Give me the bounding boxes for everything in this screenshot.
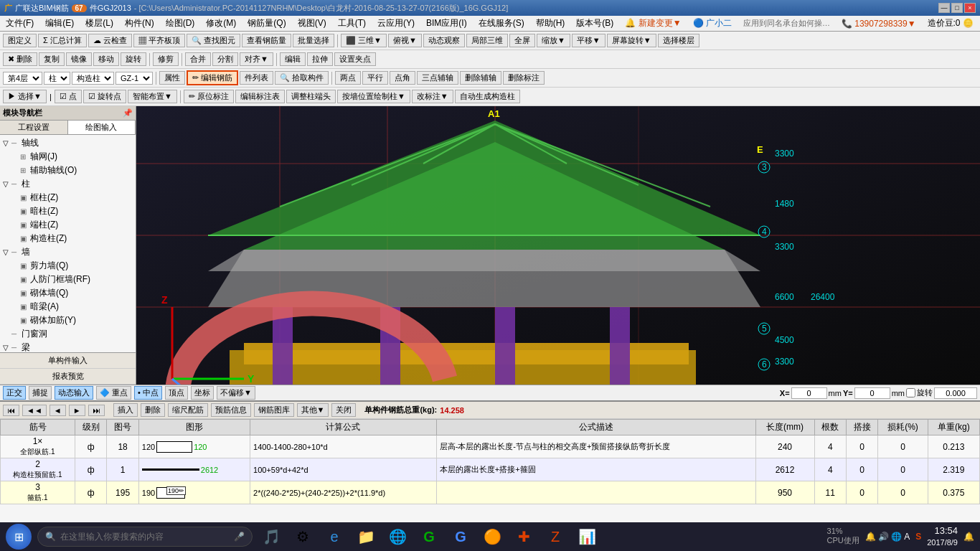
menu-online[interactable]: 在线服务(S) bbox=[473, 16, 530, 31]
3d-button[interactable]: ⬛ 三维▼ bbox=[341, 34, 387, 47]
search-bar[interactable]: 🔍 🎤 bbox=[37, 527, 253, 547]
start-button[interactable]: ⊞ bbox=[6, 524, 32, 550]
nav-next-button[interactable]: ► bbox=[69, 405, 85, 416]
dynamic-obs-button[interactable]: 动态观察 bbox=[423, 34, 465, 47]
tab-drawing-input[interactable]: 绘图输入 bbox=[68, 121, 136, 134]
menu-phone[interactable]: 📞 13907298339▼ bbox=[836, 17, 922, 30]
by-pos-button[interactable]: 按墙位置绘制柱▼ bbox=[337, 90, 410, 103]
menu-view[interactable]: 视图(V) bbox=[292, 16, 332, 31]
rotate-button[interactable]: 旋转 bbox=[121, 52, 146, 66]
nav-prev-button[interactable]: ◄ bbox=[50, 405, 66, 416]
edit-rebar-button[interactable]: ✏ 编辑钢筋 bbox=[187, 70, 238, 85]
rotate-input[interactable] bbox=[934, 387, 977, 399]
tree-item[interactable]: ─门窗洞 bbox=[1, 327, 134, 341]
taskbar-app-g2[interactable]: G bbox=[448, 524, 473, 550]
tree-item[interactable]: ▣剪力墙(Q) bbox=[1, 259, 134, 273]
menu-floor[interactable]: 楼层(L) bbox=[80, 16, 119, 31]
taskbar-app-2[interactable]: ⚙ bbox=[290, 524, 316, 550]
nav-last-button[interactable]: ⏭ bbox=[88, 405, 105, 416]
rebar-info-button[interactable]: 预筋信息 bbox=[211, 403, 251, 417]
align-top-button[interactable]: ▦ 平齐板顶 bbox=[133, 34, 185, 47]
taskbar-app-cross[interactable]: ✚ bbox=[511, 524, 537, 550]
report-preview-btn[interactable]: 报表预览 bbox=[0, 369, 136, 385]
scale-rebar-button[interactable]: 缩尺配筋 bbox=[168, 403, 208, 417]
batch-select-button[interactable]: 批量选择 bbox=[293, 34, 334, 47]
x-input[interactable]: 0 bbox=[791, 387, 827, 399]
element-id-select[interactable]: GZ-1 bbox=[116, 72, 153, 85]
element-type-select[interactable]: 柱 bbox=[44, 72, 70, 85]
minimize-button[interactable]: — bbox=[938, 3, 950, 13]
menu-version[interactable]: 版本号(B) bbox=[570, 16, 619, 31]
close-button[interactable]: × bbox=[964, 3, 976, 13]
menu-bim[interactable]: BIM应用(I) bbox=[420, 16, 473, 31]
del-label-button[interactable]: 删除标注 bbox=[503, 71, 545, 85]
delete-button[interactable]: ✖ 删除 bbox=[3, 52, 37, 66]
menu-draw[interactable]: 绘图(D) bbox=[160, 16, 201, 31]
parallel-button[interactable]: 平行 bbox=[362, 71, 388, 85]
edit-button[interactable]: 编辑 bbox=[280, 52, 306, 66]
vertex-button[interactable]: 顶点 bbox=[165, 386, 188, 400]
adjust-col-button[interactable]: 调整柱端头 bbox=[286, 90, 336, 103]
menu-new-change[interactable]: 🔔 新建变更▼ bbox=[619, 16, 687, 31]
rebar-table-wrap[interactable]: 筋号 级别 图号 图形 计算公式 公式描述 长度(mm) 根数 搭接 损耗(%)… bbox=[0, 419, 980, 522]
snap-capture-button[interactable]: 捕捉 bbox=[29, 386, 52, 400]
key-point-button[interactable]: 🔷 重点 bbox=[96, 386, 131, 400]
taskbar-app-z[interactable]: Z bbox=[542, 524, 568, 550]
define-button[interactable]: 图定义 bbox=[3, 34, 37, 47]
coord-button[interactable]: 坐标 bbox=[191, 386, 214, 400]
split-button[interactable]: 分割 bbox=[212, 52, 238, 66]
menu-tools[interactable]: 工具(T) bbox=[332, 16, 372, 31]
tab-project-settings[interactable]: 工程设置 bbox=[0, 121, 68, 134]
smart-place-button[interactable]: 智能布置▼ bbox=[128, 90, 177, 103]
select-button[interactable]: ▶ 选择▼ bbox=[3, 90, 47, 103]
menu-cloud[interactable]: 云应用(Y) bbox=[372, 16, 420, 31]
menu-file[interactable]: 文件(F) bbox=[0, 16, 39, 31]
floor-select[interactable]: 第4层 bbox=[3, 72, 42, 85]
tree-item[interactable]: ▽─梁 bbox=[1, 341, 134, 352]
close-rebar-button[interactable]: 关闭 bbox=[331, 403, 356, 417]
trim-button[interactable]: 修剪 bbox=[153, 52, 179, 66]
taskbar-app-chart[interactable]: 📊 bbox=[574, 524, 600, 550]
align-button[interactable]: 对齐▼ bbox=[240, 52, 273, 66]
search-input[interactable] bbox=[60, 532, 230, 542]
origin-label-button[interactable]: ✏ 原位标注 bbox=[184, 90, 234, 103]
rotate-snap-button[interactable]: ☑ 旋转点 bbox=[83, 90, 126, 103]
drag-button[interactable]: 拉伸 bbox=[307, 52, 333, 66]
midpoint-button[interactable]: • 中点 bbox=[134, 386, 162, 400]
property-button[interactable]: 属性 bbox=[159, 71, 185, 85]
other-button[interactable]: 其他▼ bbox=[297, 403, 329, 417]
select-floor-button[interactable]: 选择楼层 bbox=[658, 34, 699, 47]
single-input-btn[interactable]: 单构件输入 bbox=[0, 353, 136, 369]
sub-type-select[interactable]: 构造柱 bbox=[72, 72, 114, 85]
taskbar-app-orange[interactable]: 🟠 bbox=[479, 524, 505, 550]
copy-button[interactable]: 复制 bbox=[39, 52, 65, 66]
setpoint-button[interactable]: 设置夹点 bbox=[334, 52, 376, 66]
menu-apply-hint[interactable]: 应用到同名承台如何操… bbox=[738, 17, 836, 30]
menu-rebar[interactable]: 钢筋量(Q) bbox=[242, 16, 291, 31]
calc-button[interactable]: Σ 汇总计算 bbox=[38, 34, 87, 47]
view-rebar-button[interactable]: 查看钢筋量 bbox=[242, 34, 291, 47]
taskbar-app-3[interactable]: 📁 bbox=[353, 524, 379, 550]
menu-price[interactable]: 造价豆:0 🪙 bbox=[922, 16, 979, 31]
two-points-button[interactable]: 两点 bbox=[335, 71, 361, 85]
point-snap-button[interactable]: ☑ 点 bbox=[55, 90, 82, 103]
merge-button[interactable]: 合并 bbox=[185, 52, 211, 66]
no-offset-button[interactable]: 不偏移▼ bbox=[217, 386, 255, 400]
y-input[interactable]: 0 bbox=[854, 387, 890, 399]
orthogonal-button[interactable]: 正交 bbox=[3, 386, 26, 400]
viewport[interactable]: Z Y 3300 1480 3300 6600 26400 4500 3300 … bbox=[136, 106, 980, 385]
menu-help[interactable]: 帮助(H) bbox=[530, 16, 571, 31]
tree-item[interactable]: ▣构造柱(Z) bbox=[1, 232, 134, 245]
tree-item[interactable]: ▣砌体加筋(Y) bbox=[1, 314, 134, 327]
mirror-button[interactable]: 镜像 bbox=[66, 52, 92, 66]
tree-item[interactable]: ▣砌体墙(Q) bbox=[1, 286, 134, 300]
tree-item[interactable]: ▣暗梁(A) bbox=[1, 300, 134, 314]
maximize-button[interactable]: □ bbox=[951, 3, 963, 13]
rotate-checkbox[interactable] bbox=[906, 388, 915, 397]
point-angle-button[interactable]: 点角 bbox=[390, 71, 415, 85]
fullscreen-button[interactable]: 全屏 bbox=[509, 34, 535, 47]
part-list-button[interactable]: 件列表 bbox=[240, 71, 273, 85]
three-axis-button[interactable]: 三点辅轴 bbox=[417, 71, 458, 85]
notification-bell[interactable]: 🔔 bbox=[963, 532, 974, 542]
tree-item[interactable]: ▽─柱 bbox=[1, 177, 134, 191]
